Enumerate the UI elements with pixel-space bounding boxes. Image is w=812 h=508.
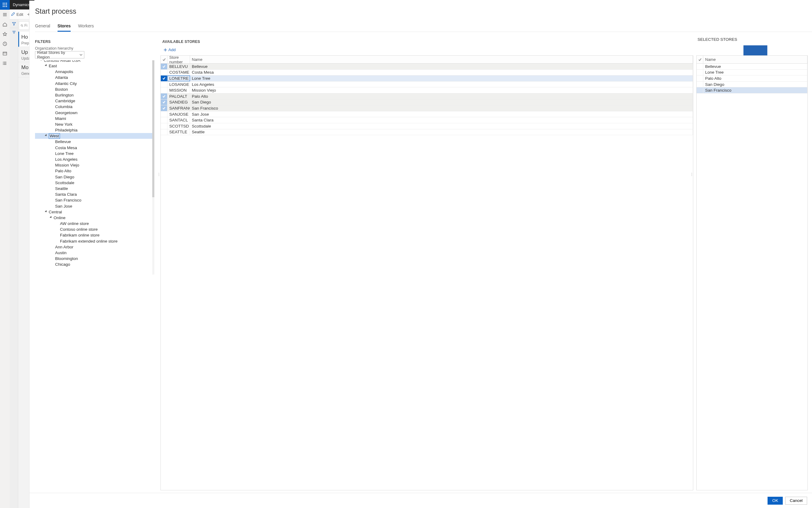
add-button[interactable]: Add: [163, 47, 176, 52]
selected-row[interactable]: San Diego: [697, 82, 807, 88]
modules-icon[interactable]: [0, 58, 10, 68]
tree-node[interactable]: Austin: [35, 250, 154, 256]
bg-nav-item[interactable]: UpUpda: [18, 47, 30, 62]
row-checkbox[interactable]: [161, 87, 167, 93]
row-checkbox[interactable]: [161, 123, 167, 129]
tree-node[interactable]: Bloomington: [35, 256, 154, 261]
available-row[interactable]: LONETRELone Tree: [161, 76, 693, 82]
selected-row[interactable]: Palo Alto: [697, 76, 807, 82]
tree-node[interactable]: Atlantic City: [35, 81, 154, 86]
hamburger-icon[interactable]: [0, 10, 10, 19]
recent-icon[interactable]: [0, 39, 10, 49]
tree-node[interactable]: Miami: [35, 116, 154, 121]
row-checkbox[interactable]: [161, 76, 167, 81]
tree-node[interactable]: Mission Viejo: [35, 162, 154, 168]
row-checkbox[interactable]: [161, 105, 167, 111]
favorite-icon[interactable]: [0, 29, 10, 39]
available-row[interactable]: LOSANGELos Angeles: [161, 82, 693, 88]
row-checkbox[interactable]: [161, 99, 167, 105]
bg-search-input[interactable]: Fi: [19, 21, 29, 30]
tree-node[interactable]: Central: [35, 209, 154, 215]
bg-nav-item[interactable]: MoGene: [18, 62, 30, 77]
tree-node[interactable]: New York: [35, 121, 154, 127]
ok-button[interactable]: OK: [768, 497, 783, 505]
tree-node[interactable]: Los Angeles: [35, 157, 154, 162]
tree-node[interactable]: Philadelphia: [35, 127, 154, 133]
available-row[interactable]: MISSIONMission Viejo: [161, 87, 693, 93]
tree-node[interactable]: Columbia: [35, 104, 154, 110]
edit-button[interactable]: Edit: [16, 12, 23, 17]
tree-node[interactable]: Santa Clara: [35, 192, 154, 197]
tree-node[interactable]: Ann Arbor: [35, 244, 154, 250]
tree-node[interactable]: Cambridge: [35, 98, 154, 104]
row-checkbox[interactable]: [161, 70, 167, 76]
tab-stores[interactable]: Stores: [57, 24, 71, 32]
splitter-right[interactable]: [691, 171, 693, 178]
select-all-checkbox-selected[interactable]: [697, 56, 703, 63]
tree-node[interactable]: AW online store: [35, 221, 154, 226]
row-checkbox[interactable]: [697, 82, 703, 87]
available-row[interactable]: SCOTTSDScottsdale: [161, 123, 693, 129]
sort-icon[interactable]: [10, 28, 18, 37]
available-row[interactable]: SANJOSESan Jose: [161, 112, 693, 118]
caret-icon[interactable]: [50, 216, 52, 218]
available-row[interactable]: SANDIEGSan Diego: [161, 99, 693, 105]
row-checkbox[interactable]: [161, 82, 167, 87]
caret-icon[interactable]: [45, 210, 47, 213]
available-row[interactable]: SEATTLESeattle: [161, 129, 693, 135]
available-row[interactable]: SANFRANCISSan Francisco: [161, 105, 693, 112]
tree-scrollbar[interactable]: [152, 60, 154, 274]
hierarchy-select[interactable]: Retail Stores by Region: [35, 51, 84, 58]
tree-node[interactable]: Seattle: [35, 186, 154, 192]
tree-node[interactable]: Fabrikam online store: [35, 232, 154, 238]
row-checkbox[interactable]: [161, 112, 167, 117]
tab-general[interactable]: General: [35, 24, 50, 32]
tree-node[interactable]: East: [35, 63, 154, 69]
tree-node[interactable]: Annapolis: [35, 69, 154, 75]
tree-node[interactable]: Atlanta: [35, 75, 154, 80]
tree-node[interactable]: Scottsdale: [35, 180, 154, 186]
column-store-number[interactable]: Store number: [167, 56, 190, 63]
row-checkbox[interactable]: [697, 87, 703, 93]
app-launcher-icon[interactable]: [0, 0, 10, 10]
tree-node[interactable]: West: [35, 133, 154, 139]
available-row[interactable]: PALOALTPalo Alto: [161, 93, 693, 99]
row-checkbox[interactable]: [697, 64, 703, 70]
row-checkbox[interactable]: [697, 76, 703, 81]
row-checkbox[interactable]: [697, 70, 703, 76]
funnel-icon[interactable]: [10, 19, 18, 28]
tree-node[interactable]: San Francisco: [35, 197, 154, 203]
available-row[interactable]: BELLEVUBellevue: [161, 64, 693, 70]
selected-row[interactable]: Lone Tree: [697, 70, 807, 76]
caret-icon[interactable]: [45, 64, 47, 67]
tree-node[interactable]: Chicago: [35, 261, 154, 267]
tree-node[interactable]: San Jose: [35, 203, 154, 209]
scrollbar-thumb[interactable]: [152, 60, 154, 197]
tree-node[interactable]: Lone Tree: [35, 151, 154, 157]
selected-row[interactable]: Bellevue: [697, 64, 807, 70]
tree-node[interactable]: Contoso online store: [35, 226, 154, 232]
tree-node[interactable]: Costa Mesa: [35, 145, 154, 151]
tree-node[interactable]: Palo Alto: [35, 168, 154, 174]
row-checkbox[interactable]: [161, 64, 167, 70]
available-row[interactable]: SANTACLSanta Clara: [161, 117, 693, 123]
available-row[interactable]: COSTAMECosta Mesa: [161, 70, 693, 76]
select-all-checkbox[interactable]: [161, 56, 167, 63]
row-checkbox[interactable]: [161, 93, 167, 99]
cancel-button[interactable]: Cancel: [785, 497, 807, 505]
bg-nav-item[interactable]: HoPrep: [18, 32, 30, 47]
tree-node[interactable]: San Diego: [35, 174, 154, 180]
workspace-icon[interactable]: [0, 49, 10, 58]
selected-row[interactable]: San Francisco: [697, 87, 807, 93]
tree-node[interactable]: Bellevue: [35, 139, 154, 144]
tree-node[interactable]: Fabrikam extended online store: [35, 238, 154, 244]
tree-node[interactable]: Georgetown: [35, 110, 154, 116]
caret-icon[interactable]: [40, 60, 43, 61]
column-name[interactable]: Name: [190, 56, 693, 63]
home-icon[interactable]: [0, 19, 10, 29]
tab-workers[interactable]: Workers: [78, 24, 94, 32]
row-checkbox[interactable]: [161, 129, 167, 135]
tree-node[interactable]: Contoso Retail USA: [35, 60, 154, 63]
caret-icon[interactable]: [45, 134, 47, 137]
tree-node[interactable]: Boston: [35, 86, 154, 92]
